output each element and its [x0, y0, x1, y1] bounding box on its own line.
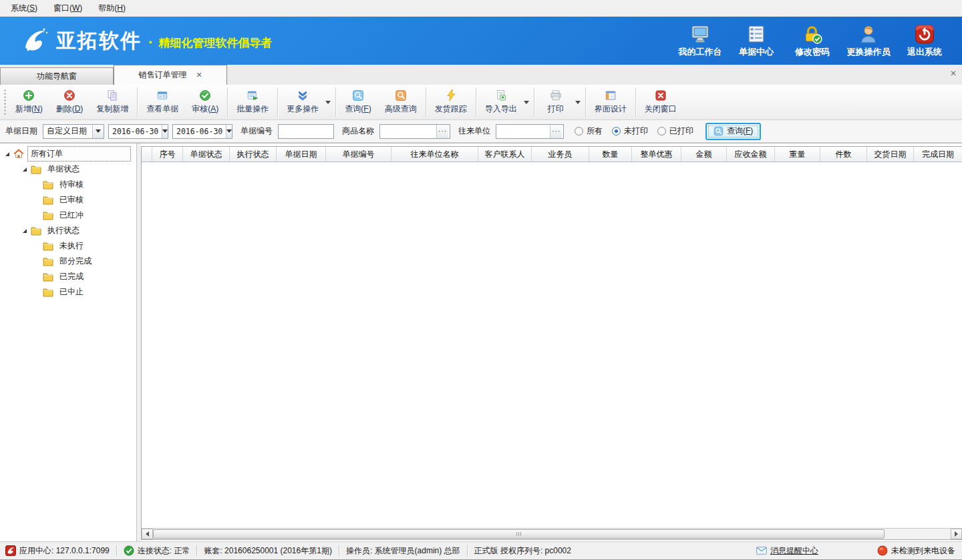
delete-button[interactable]: 删除(D) — [49, 86, 90, 118]
grid-body-empty[interactable] — [142, 162, 962, 528]
scrollbar-track[interactable] — [885, 529, 951, 539]
toolbar-grip-handle[interactable] — [3, 88, 6, 116]
tab-function-navigator[interactable]: 功能导航窗 — [0, 67, 114, 85]
col-exec-status[interactable]: 执行状态 — [230, 147, 277, 162]
col-partner-name[interactable]: 往来单位名称 — [391, 147, 478, 162]
expand-icon[interactable] — [23, 229, 27, 233]
my-workbench-button[interactable]: 我的工作台 — [672, 21, 728, 61]
order-no-input[interactable] — [278, 124, 334, 139]
scroll-right-arrow-icon[interactable] — [951, 529, 962, 539]
print-button[interactable]: 打印 — [536, 86, 575, 118]
query-button[interactable]: 查询(F) — [338, 86, 377, 118]
more-actions-dropdown-arrow[interactable] — [325, 101, 331, 104]
print-dropdown-arrow[interactable] — [575, 101, 581, 104]
close-window-button[interactable]: 关闭窗口 — [638, 86, 683, 118]
chevron-down-icon[interactable] — [92, 125, 104, 138]
document-center-button[interactable]: 单据中心 — [728, 21, 784, 61]
more-actions-button[interactable]: 更多操作 — [280, 86, 325, 118]
date-mode-combobox[interactable]: 自定义日期 — [43, 124, 104, 139]
date-from-combobox[interactable]: 2016-06-30 — [108, 124, 168, 139]
partner-lookup-ellipsis-button[interactable]: ··· — [550, 125, 562, 138]
row-indicator-column — [142, 147, 152, 162]
folder-icon — [31, 164, 42, 175]
menu-system[interactable]: 系统(S) — [3, 1, 45, 16]
radio-all[interactable]: 所有 — [575, 125, 603, 137]
product-name-label: 商品名称 — [342, 125, 374, 137]
menu-window[interactable]: 窗口(W) — [45, 1, 90, 16]
expand-icon[interactable] — [5, 152, 9, 156]
col-receivable-amount[interactable]: 应收金额 — [727, 147, 775, 162]
tree-item-all-orders[interactable]: 所有订单 — [1, 146, 136, 162]
col-weight[interactable]: 重量 — [775, 147, 820, 162]
print-status-radio-group: 所有 未打印 已打印 — [575, 125, 693, 137]
import-export-button[interactable]: 导入导出 — [478, 86, 524, 118]
tabstrip-close-icon[interactable]: ✕ — [950, 69, 957, 78]
lightning-icon — [443, 89, 459, 101]
scrollbar-thumb[interactable] — [153, 529, 885, 539]
col-doc-date[interactable]: 单据日期 — [277, 147, 326, 162]
col-quantity[interactable]: 数量 — [589, 147, 632, 162]
change-password-button[interactable]: 修改密码 — [784, 21, 840, 61]
tab-close-icon[interactable]: ✕ — [196, 71, 202, 79]
banner-actions: 我的工作台 单据中心 修改密码 — [672, 21, 953, 61]
workbench-monitor-icon — [690, 24, 710, 44]
radio-circle-icon — [575, 127, 583, 135]
status-separator — [339, 545, 339, 556]
phone-device-status: 未检测到来电设备 — [877, 545, 955, 557]
col-seq[interactable]: 序号 — [152, 147, 183, 162]
folder-icon — [43, 272, 54, 282]
scroll-left-arrow-icon[interactable] — [142, 529, 153, 539]
change-password-lock-icon — [802, 24, 822, 44]
col-doc-status[interactable]: 单据状态 — [183, 147, 230, 162]
advanced-query-button[interactable]: 高级查询 — [378, 86, 424, 118]
radio-unprinted[interactable]: 未打印 — [612, 125, 648, 137]
audit-button[interactable]: 审核(A) — [185, 86, 225, 118]
ui-design-button[interactable]: 界面设计 — [588, 86, 633, 118]
radio-printed[interactable]: 已打印 — [657, 125, 693, 137]
col-finish-date[interactable]: 完成日期 — [914, 147, 962, 162]
tree-item-pending-audit[interactable]: 待审核 — [1, 177, 136, 192]
tree-item-partially-done[interactable]: 部分完成 — [1, 254, 136, 269]
tree-item-reversed[interactable]: 已红冲 — [1, 208, 136, 223]
horizontal-scrollbar[interactable] — [142, 528, 962, 539]
product-name-input[interactable] — [380, 125, 436, 137]
tree-item-completed[interactable]: 已完成 — [1, 269, 136, 284]
toolbar-separator — [426, 87, 426, 117]
col-salesman[interactable]: 业务员 — [532, 147, 589, 162]
tree-item-not-executed[interactable]: 未执行 — [1, 238, 136, 254]
partner-label: 往来单位 — [458, 125, 490, 137]
chevron-down-icon[interactable] — [162, 125, 168, 138]
menu-help[interactable]: 帮助(H) — [90, 1, 134, 16]
partner-input[interactable] — [496, 125, 550, 137]
add-button[interactable]: 新增(N) — [9, 86, 49, 118]
application-window: 系统(S) 窗口(W) 帮助(H) 亚拓软件 · 精细化管理软件倡导者 — [0, 0, 962, 560]
tree-item-terminated[interactable]: 已中止 — [1, 284, 136, 300]
shipping-track-button[interactable]: 发货跟踪 — [428, 86, 474, 118]
import-export-dropdown-arrow[interactable] — [524, 101, 529, 104]
col-amount[interactable]: 金额 — [681, 147, 727, 162]
tab-sales-order-management[interactable]: 销售订单管理 ✕ — [114, 65, 227, 85]
col-pieces[interactable]: 件数 — [820, 147, 867, 162]
home-icon — [13, 149, 25, 160]
chevron-down-icon[interactable] — [226, 125, 232, 138]
tree-item-audited[interactable]: 已审核 — [1, 192, 136, 208]
col-order-discount[interactable]: 整单优惠 — [632, 147, 681, 162]
switch-operator-button[interactable]: 更换操作员 — [840, 21, 897, 61]
filter-search-button[interactable]: 查询(F) — [705, 123, 761, 140]
batch-operation-button[interactable]: 批量操作 — [230, 86, 275, 118]
expand-icon[interactable] — [23, 168, 27, 172]
message-center-link[interactable]: 消息提醒中心 — [756, 545, 818, 557]
product-lookup-ellipsis-button[interactable]: ··· — [436, 125, 448, 138]
tree-group-exec-status[interactable]: 执行状态 — [1, 223, 136, 238]
col-customer-contact[interactable]: 客户联系人 — [478, 147, 532, 162]
envelope-icon — [756, 545, 767, 556]
exit-system-button[interactable]: 退出系统 — [897, 21, 953, 61]
col-delivery-date[interactable]: 交货日期 — [867, 147, 914, 162]
copy-new-button[interactable]: 复制新增 — [90, 86, 135, 118]
tree-group-doc-status[interactable]: 单据状态 — [1, 162, 136, 177]
view-document-button[interactable]: 查看单据 — [140, 86, 185, 118]
col-doc-no[interactable]: 单据编号 — [326, 147, 391, 162]
date-to-combobox[interactable]: 2016-06-30 — [172, 124, 232, 139]
ui-design-icon — [603, 89, 619, 101]
folder-icon — [31, 226, 42, 236]
